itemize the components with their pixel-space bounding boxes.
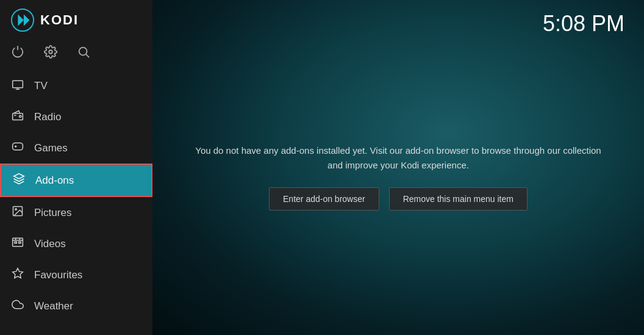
main-message: You do not have any add-ons installed ye… [191,143,606,173]
svg-marker-2 [24,15,30,26]
nav-item-pictures-label: Pictures [34,207,71,219]
enter-addon-browser-button[interactable]: Enter add-on browser [269,187,379,211]
svg-rect-14 [13,238,23,246]
nav-item-videos-label: Videos [34,238,66,250]
svg-marker-20 [13,268,23,278]
remove-menu-item-button[interactable]: Remove this main menu item [389,187,528,211]
main-content: 5:08 PM You do not have any add-ons inst… [152,0,644,335]
power-button[interactable] [11,45,24,62]
nav-item-games[interactable]: Games [0,132,152,164]
nav-item-weather[interactable]: Weather [0,290,152,322]
sidebar-nav: TV Radio Games [0,70,152,335]
nav-item-favourites-label: Favourites [34,269,82,281]
nav-item-tv[interactable]: TV [0,70,152,101]
svg-rect-19 [19,242,21,243]
svg-marker-1 [18,15,24,26]
svg-point-4 [79,48,87,56]
nav-item-videos[interactable]: Videos [0,228,152,259]
pictures-icon [11,205,24,220]
svg-point-13 [15,209,16,211]
nav-item-pictures[interactable]: Pictures [0,197,152,228]
tv-icon [11,78,24,93]
sidebar-top-icons [0,40,152,70]
favourites-icon [11,267,24,283]
svg-point-10 [20,115,21,117]
search-button[interactable] [77,45,90,62]
svg-line-5 [86,54,89,57]
svg-rect-18 [15,242,16,243]
weather-icon [11,298,24,314]
nav-item-radio-label: Radio [34,111,61,123]
sidebar-header: KODI [0,0,152,40]
radio-icon [11,109,24,124]
nav-item-games-label: Games [34,142,68,154]
nav-item-radio[interactable]: Radio [0,101,152,132]
svg-rect-6 [13,81,23,88]
main-center: You do not have any add-ons installed ye… [152,18,644,335]
nav-item-weather-label: Weather [34,300,73,312]
nav-item-tv-label: TV [34,80,48,92]
svg-point-3 [49,50,52,54]
settings-button[interactable] [44,45,57,62]
nav-item-favourites[interactable]: Favourites [0,259,152,290]
nav-item-add-ons[interactable]: Add-ons [0,164,152,197]
kodi-logo-icon [11,9,34,32]
main-buttons: Enter add-on browser Remove this main me… [269,187,528,211]
addons-icon [12,173,26,188]
sidebar: KODI [0,0,152,335]
videos-icon [11,236,24,251]
app-title: KODI [40,12,79,28]
nav-item-add-ons-label: Add-ons [35,175,74,187]
games-icon [11,140,24,156]
